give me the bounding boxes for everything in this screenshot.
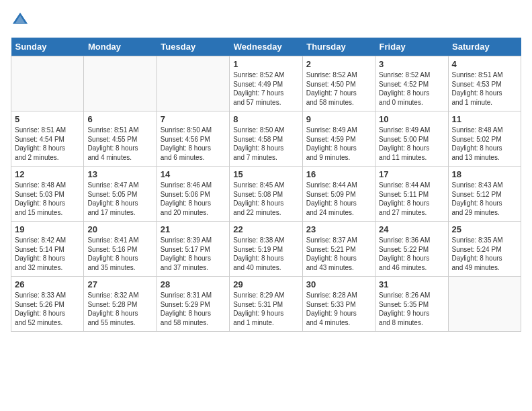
week-row-1: 1Sunrise: 8:52 AM Sunset: 4:49 PM Daylig… — [11, 56, 521, 111]
date-number: 22 — [233, 224, 298, 234]
calendar-cell: 27Sunrise: 8:32 AM Sunset: 5:28 PM Dayli… — [84, 277, 157, 332]
calendar-cell: 26Sunrise: 8:33 AM Sunset: 5:26 PM Dayli… — [11, 277, 84, 332]
logo — [11, 11, 32, 30]
date-number: 12 — [15, 169, 80, 179]
cell-info: Sunrise: 8:43 AM Sunset: 5:12 PM Dayligh… — [452, 181, 517, 217]
cell-info: Sunrise: 8:28 AM Sunset: 5:33 PM Dayligh… — [306, 291, 371, 327]
calendar-cell: 16Sunrise: 8:44 AM Sunset: 5:09 PM Dayli… — [302, 167, 375, 222]
calendar-cell: 18Sunrise: 8:43 AM Sunset: 5:12 PM Dayli… — [448, 167, 521, 222]
date-number: 7 — [161, 114, 226, 124]
calendar-cell: 30Sunrise: 8:28 AM Sunset: 5:33 PM Dayli… — [302, 277, 375, 332]
page-header — [11, 11, 521, 30]
date-number: 4 — [452, 59, 517, 69]
cell-info: Sunrise: 8:33 AM Sunset: 5:26 PM Dayligh… — [15, 291, 80, 327]
day-header-wednesday: Wednesday — [230, 38, 302, 56]
week-row-4: 19Sunrise: 8:42 AM Sunset: 5:14 PM Dayli… — [11, 222, 521, 277]
calendar-cell: 4Sunrise: 8:51 AM Sunset: 4:53 PM Daylig… — [448, 56, 521, 111]
day-header-tuesday: Tuesday — [157, 38, 229, 56]
calendar-cell: 19Sunrise: 8:42 AM Sunset: 5:14 PM Dayli… — [11, 222, 84, 277]
cell-info: Sunrise: 8:48 AM Sunset: 5:03 PM Dayligh… — [15, 181, 80, 217]
cell-info: Sunrise: 8:49 AM Sunset: 5:00 PM Dayligh… — [379, 126, 444, 162]
calendar-cell: 20Sunrise: 8:41 AM Sunset: 5:16 PM Dayli… — [84, 222, 157, 277]
cell-info: Sunrise: 8:51 AM Sunset: 4:55 PM Dayligh… — [87, 126, 152, 162]
cell-info: Sunrise: 8:50 AM Sunset: 4:56 PM Dayligh… — [161, 126, 226, 162]
date-number: 17 — [379, 169, 444, 179]
date-number: 14 — [161, 169, 226, 179]
calendar-cell — [11, 56, 84, 111]
date-number: 24 — [379, 224, 444, 234]
date-number: 6 — [87, 114, 152, 124]
week-row-5: 26Sunrise: 8:33 AM Sunset: 5:26 PM Dayli… — [11, 277, 521, 332]
cell-info: Sunrise: 8:45 AM Sunset: 5:08 PM Dayligh… — [233, 181, 298, 217]
calendar-cell: 15Sunrise: 8:45 AM Sunset: 5:08 PM Dayli… — [230, 167, 302, 222]
calendar-cell: 25Sunrise: 8:35 AM Sunset: 5:24 PM Dayli… — [448, 222, 521, 277]
cell-info: Sunrise: 8:26 AM Sunset: 5:35 PM Dayligh… — [379, 291, 444, 327]
cell-info: Sunrise: 8:50 AM Sunset: 4:58 PM Dayligh… — [233, 126, 298, 162]
calendar-cell: 10Sunrise: 8:49 AM Sunset: 5:00 PM Dayli… — [375, 111, 448, 167]
day-header-monday: Monday — [84, 38, 157, 56]
cell-info: Sunrise: 8:36 AM Sunset: 5:22 PM Dayligh… — [379, 236, 444, 272]
cell-info: Sunrise: 8:44 AM Sunset: 5:09 PM Dayligh… — [306, 181, 371, 217]
date-number: 5 — [15, 114, 80, 124]
date-number: 23 — [306, 224, 371, 234]
calendar-cell: 2Sunrise: 8:52 AM Sunset: 4:50 PM Daylig… — [302, 56, 375, 111]
cell-info: Sunrise: 8:49 AM Sunset: 4:59 PM Dayligh… — [306, 126, 371, 162]
cell-info: Sunrise: 8:31 AM Sunset: 5:29 PM Dayligh… — [161, 291, 226, 327]
date-number: 31 — [379, 279, 444, 289]
calendar-cell: 31Sunrise: 8:26 AM Sunset: 5:35 PM Dayli… — [375, 277, 448, 332]
calendar-cell — [84, 56, 157, 111]
cell-info: Sunrise: 8:35 AM Sunset: 5:24 PM Dayligh… — [452, 236, 517, 272]
cell-info: Sunrise: 8:48 AM Sunset: 5:02 PM Dayligh… — [452, 126, 517, 162]
date-number: 11 — [452, 114, 517, 124]
date-number: 20 — [87, 224, 152, 234]
cell-info: Sunrise: 8:52 AM Sunset: 4:50 PM Dayligh… — [306, 71, 371, 107]
day-header-saturday: Saturday — [448, 38, 521, 56]
date-number: 3 — [379, 59, 444, 69]
date-number: 13 — [87, 169, 152, 179]
date-number: 30 — [306, 279, 371, 289]
calendar-cell: 13Sunrise: 8:47 AM Sunset: 5:05 PM Dayli… — [84, 167, 157, 222]
day-header-sunday: Sunday — [11, 38, 84, 56]
date-number: 8 — [233, 114, 298, 124]
week-row-3: 12Sunrise: 8:48 AM Sunset: 5:03 PM Dayli… — [11, 167, 521, 222]
logo-icon — [11, 11, 30, 30]
date-number: 19 — [15, 224, 80, 234]
cell-info: Sunrise: 8:39 AM Sunset: 5:17 PM Dayligh… — [161, 236, 226, 272]
date-number: 1 — [233, 59, 298, 69]
date-number: 15 — [233, 169, 298, 179]
date-number: 29 — [233, 279, 298, 289]
cell-info: Sunrise: 8:37 AM Sunset: 5:21 PM Dayligh… — [306, 236, 371, 272]
date-number: 9 — [306, 114, 371, 124]
date-number: 28 — [161, 279, 226, 289]
date-number: 2 — [306, 59, 371, 69]
calendar-cell: 22Sunrise: 8:38 AM Sunset: 5:19 PM Dayli… — [230, 222, 302, 277]
cell-info: Sunrise: 8:42 AM Sunset: 5:14 PM Dayligh… — [15, 236, 80, 272]
calendar-cell — [157, 56, 229, 111]
cell-info: Sunrise: 8:32 AM Sunset: 5:28 PM Dayligh… — [87, 291, 152, 327]
cell-info: Sunrise: 8:52 AM Sunset: 4:52 PM Dayligh… — [379, 71, 444, 107]
day-header-thursday: Thursday — [302, 38, 375, 56]
calendar-cell: 12Sunrise: 8:48 AM Sunset: 5:03 PM Dayli… — [11, 167, 84, 222]
cell-info: Sunrise: 8:38 AM Sunset: 5:19 PM Dayligh… — [233, 236, 298, 272]
calendar-cell: 9Sunrise: 8:49 AM Sunset: 4:59 PM Daylig… — [302, 111, 375, 167]
calendar-cell: 7Sunrise: 8:50 AM Sunset: 4:56 PM Daylig… — [157, 111, 229, 167]
calendar-cell: 1Sunrise: 8:52 AM Sunset: 4:49 PM Daylig… — [230, 56, 302, 111]
date-number: 25 — [452, 224, 517, 234]
cell-info: Sunrise: 8:29 AM Sunset: 5:31 PM Dayligh… — [233, 291, 298, 327]
week-row-2: 5Sunrise: 8:51 AM Sunset: 4:54 PM Daylig… — [11, 111, 521, 167]
cell-info: Sunrise: 8:51 AM Sunset: 4:53 PM Dayligh… — [452, 71, 517, 107]
calendar-cell: 29Sunrise: 8:29 AM Sunset: 5:31 PM Dayli… — [230, 277, 302, 332]
calendar-table: SundayMondayTuesdayWednesdayThursdayFrid… — [11, 38, 521, 332]
date-number: 27 — [87, 279, 152, 289]
cell-info: Sunrise: 8:51 AM Sunset: 4:54 PM Dayligh… — [15, 126, 80, 162]
calendar-cell: 28Sunrise: 8:31 AM Sunset: 5:29 PM Dayli… — [157, 277, 229, 332]
day-header-row: SundayMondayTuesdayWednesdayThursdayFrid… — [11, 38, 521, 56]
date-number: 21 — [161, 224, 226, 234]
day-header-friday: Friday — [375, 38, 448, 56]
date-number: 26 — [15, 279, 80, 289]
calendar-cell: 8Sunrise: 8:50 AM Sunset: 4:58 PM Daylig… — [230, 111, 302, 167]
calendar-cell: 23Sunrise: 8:37 AM Sunset: 5:21 PM Dayli… — [302, 222, 375, 277]
cell-info: Sunrise: 8:41 AM Sunset: 5:16 PM Dayligh… — [87, 236, 152, 272]
calendar-cell — [448, 277, 521, 332]
calendar-cell: 11Sunrise: 8:48 AM Sunset: 5:02 PM Dayli… — [448, 111, 521, 167]
